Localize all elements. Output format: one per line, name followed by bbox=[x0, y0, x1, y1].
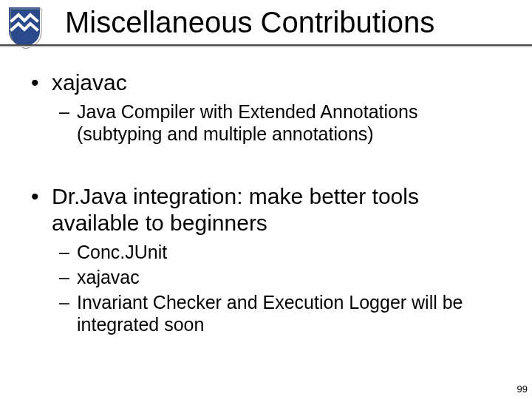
shield-logo-icon bbox=[6, 4, 43, 49]
bullet-level1: Dr.Java integration: make better tools a… bbox=[31, 183, 504, 236]
spacer bbox=[31, 148, 504, 183]
bullet-level1: xajavac bbox=[31, 69, 504, 96]
page-number: 99 bbox=[517, 383, 528, 395]
bullet-level2: xajavac bbox=[31, 266, 504, 288]
slide-body: xajavac Java Compiler with Extended Anno… bbox=[31, 69, 504, 338]
title-underline-light bbox=[0, 46, 532, 47]
slide: Miscellaneous Contributions xajavac Java… bbox=[0, 0, 532, 399]
slide-title: Miscellaneous Contributions bbox=[65, 6, 434, 39]
slide-header: Miscellaneous Contributions bbox=[0, 0, 532, 55]
bullet-level2: Conc.JUnit bbox=[31, 241, 504, 263]
bullet-level2: Invariant Checker and Execution Logger w… bbox=[31, 291, 504, 335]
bullet-level2: Java Compiler with Extended Annotations … bbox=[31, 100, 504, 145]
